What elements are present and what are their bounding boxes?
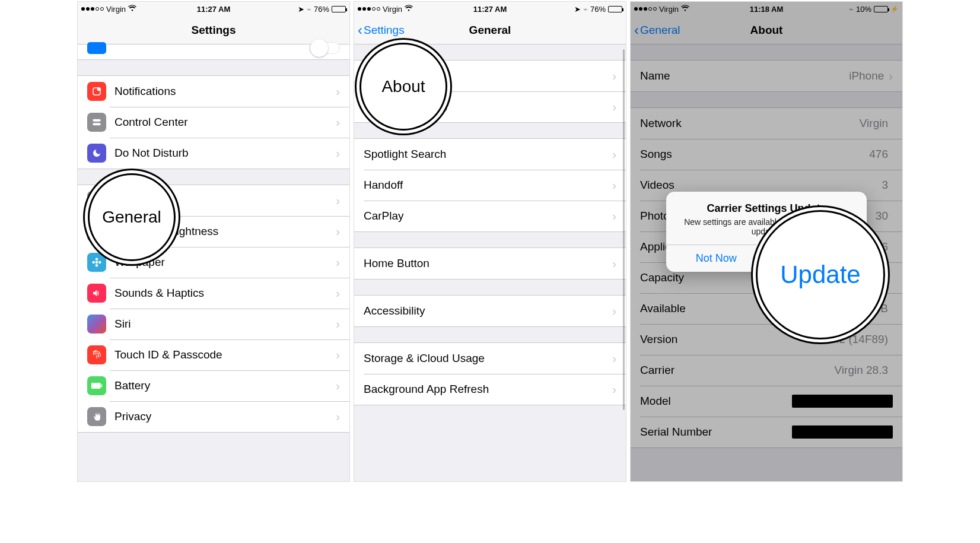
signal-dots-icon bbox=[634, 7, 657, 11]
chevron-left-icon: ‹ bbox=[358, 23, 362, 37]
wifi-icon bbox=[681, 5, 689, 13]
clock-label: 11:18 AM bbox=[750, 5, 784, 14]
svg-point-4 bbox=[96, 261, 98, 264]
row-bg-refresh[interactable]: Background App Refresh › bbox=[354, 374, 626, 405]
alert-not-now-button[interactable]: Not Now bbox=[666, 245, 766, 272]
row-label: Model bbox=[640, 395, 792, 408]
callout-label: Update bbox=[780, 261, 860, 289]
battery-icon bbox=[874, 6, 888, 12]
row-privacy[interactable]: Privacy › bbox=[78, 401, 349, 432]
chevron-right-icon: › bbox=[612, 209, 616, 223]
row-home-button[interactable]: Home Button › bbox=[354, 248, 626, 279]
charging-icon: ⚡ bbox=[890, 5, 899, 13]
chevron-right-icon: › bbox=[612, 304, 616, 318]
chevron-left-icon: ‹ bbox=[634, 23, 639, 37]
row-value: 10.3.2 (14F89) bbox=[814, 333, 888, 346]
row-spotlight[interactable]: Spotlight Search › bbox=[354, 139, 626, 170]
svg-rect-9 bbox=[91, 383, 101, 389]
row-value: Virgin 28.3 bbox=[835, 364, 889, 377]
row-label: Songs bbox=[640, 148, 869, 161]
row-label: Do Not Disturb bbox=[114, 147, 336, 160]
row-carplay[interactable]: CarPlay › bbox=[354, 201, 626, 231]
row-control-center[interactable]: Control Center › bbox=[78, 107, 349, 138]
phone-general: Virgin 11:27 AM ➤ ⌁ 76% ‹ Settings Gener… bbox=[354, 1, 626, 482]
row-accessibility[interactable]: Accessibility › bbox=[354, 296, 626, 326]
row-value: 6 bbox=[882, 240, 888, 253]
toggle-switch[interactable] bbox=[309, 42, 340, 54]
row-label: Accessibility bbox=[364, 304, 612, 317]
flower-icon bbox=[87, 253, 106, 272]
carrier-label: Virgin bbox=[659, 5, 679, 14]
row-sounds[interactable]: Sounds & Haptics › bbox=[78, 278, 349, 309]
clock-label: 11:27 AM bbox=[197, 5, 231, 14]
row-serial: Serial Number bbox=[631, 417, 902, 447]
row-dnd[interactable]: Do Not Disturb › bbox=[78, 138, 349, 169]
chevron-right-icon: › bbox=[336, 116, 340, 129]
row-handoff[interactable]: Handoff › bbox=[354, 170, 626, 201]
row-label: Siri bbox=[114, 317, 336, 331]
svg-point-1 bbox=[97, 87, 101, 91]
scroll-indicator bbox=[623, 49, 625, 410]
chevron-right-icon: › bbox=[612, 148, 616, 161]
row-label: Version bbox=[640, 333, 814, 346]
row-label: Control Center bbox=[114, 116, 336, 129]
row-label: Network bbox=[640, 117, 860, 130]
row-label: Carrier bbox=[640, 364, 835, 377]
row-notifications[interactable]: Notifications › bbox=[78, 76, 349, 107]
row-siri[interactable]: Siri › bbox=[78, 309, 349, 339]
back-button[interactable]: ‹ General bbox=[631, 23, 680, 37]
row-carrier: Carrier Virgin 28.3 bbox=[631, 355, 902, 386]
callout-circle: About bbox=[365, 48, 442, 125]
chevron-right-icon: › bbox=[336, 85, 340, 99]
page-title: About bbox=[750, 24, 783, 37]
speaker-icon bbox=[87, 284, 106, 303]
bluetooth-icon: ⌁ bbox=[849, 5, 854, 14]
chevron-right-icon: › bbox=[889, 69, 893, 83]
status-bar: Virgin 11:27 AM ➤ ⌁ 76% bbox=[78, 2, 349, 16]
bluetooth-icon: ⌁ bbox=[583, 5, 588, 14]
battery-icon-row bbox=[87, 376, 106, 395]
row-model: Model bbox=[631, 386, 902, 417]
moon-icon bbox=[87, 144, 106, 163]
row-label: Name bbox=[640, 69, 849, 82]
hand-icon bbox=[87, 407, 106, 426]
chevron-right-icon: › bbox=[336, 147, 340, 160]
row-value: 476 bbox=[869, 148, 888, 161]
siri-icon bbox=[87, 315, 106, 334]
row-value: 3 bbox=[882, 179, 888, 192]
row-label: Touch ID & Passcode bbox=[114, 348, 336, 361]
svg-point-6 bbox=[96, 264, 98, 267]
notifications-icon bbox=[87, 82, 106, 101]
row-storage[interactable]: Storage & iCloud Usage › bbox=[354, 343, 626, 374]
callout-label: General bbox=[102, 208, 161, 227]
row-value: iPhone bbox=[849, 69, 884, 82]
chevron-right-icon: › bbox=[612, 257, 616, 271]
chevron-right-icon: › bbox=[612, 383, 616, 396]
row-label: Serial Number bbox=[640, 425, 792, 439]
redacted-value bbox=[792, 425, 893, 439]
nav-bar: Settings bbox=[78, 16, 349, 45]
bluetooth-icon: ⌁ bbox=[307, 5, 311, 14]
row-label: Sounds & Haptics bbox=[114, 287, 336, 300]
control-center-icon bbox=[87, 113, 106, 132]
wifi-icon bbox=[128, 5, 136, 13]
chevron-right-icon: › bbox=[336, 410, 340, 424]
nav-bar: ‹ Settings General bbox=[354, 16, 626, 45]
chevron-right-icon: › bbox=[336, 317, 340, 331]
clipped-icon bbox=[87, 42, 106, 54]
svg-point-5 bbox=[96, 258, 98, 261]
chevron-right-icon: › bbox=[336, 287, 340, 300]
svg-point-8 bbox=[98, 261, 101, 264]
row-label: Home Button bbox=[364, 257, 612, 270]
row-value: 30 bbox=[876, 209, 888, 223]
row-battery[interactable]: Battery › bbox=[78, 370, 349, 401]
row-touchid[interactable]: Touch ID & Passcode › bbox=[78, 339, 349, 370]
back-button[interactable]: ‹ Settings bbox=[354, 23, 405, 37]
nav-bar: ‹ General About bbox=[631, 16, 902, 45]
chevron-right-icon: › bbox=[612, 352, 616, 366]
row-value: Virgin bbox=[860, 117, 888, 130]
row-label: Storage & iCloud Usage bbox=[364, 352, 612, 365]
chevron-right-icon: › bbox=[336, 348, 340, 362]
row-name[interactable]: Name iPhone › bbox=[631, 61, 902, 91]
fingerprint-icon bbox=[87, 345, 106, 364]
